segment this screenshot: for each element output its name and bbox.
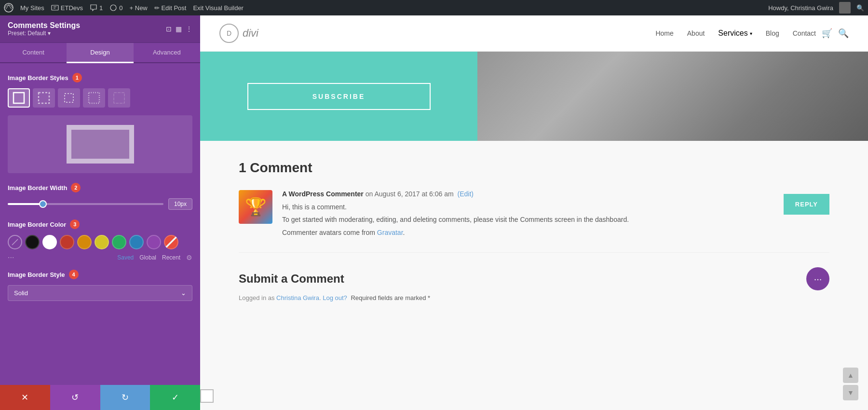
comment-item: 🏆 A WordPress Commenter on August 6, 201… [239, 190, 829, 253]
admin-edit-post[interactable]: ✏ Edit Post [154, 4, 187, 12]
subscribe-button[interactable]: SUBSCRIBE [247, 83, 431, 110]
redo-button[interactable]: ↻ [100, 385, 150, 410]
border-style-dashed-outer[interactable] [33, 88, 55, 108]
panel-preset[interactable]: Preset: Default ▾ [8, 30, 80, 37]
svg-rect-3 [14, 93, 24, 103]
svg-point-2 [110, 5, 116, 11]
redo-icon: ↻ [122, 392, 129, 403]
swatch-red[interactable] [60, 235, 74, 249]
logged-in-user-link[interactable]: Christina Gwira [276, 294, 319, 301]
swatch-white[interactable] [42, 235, 57, 249]
fab-more-button[interactable]: ··· [806, 267, 829, 290]
logout-link[interactable]: Log out? [323, 294, 347, 301]
color-tab-global[interactable]: Global [139, 254, 156, 261]
image-border-styles-label: Image Border Styles 1 [8, 73, 192, 82]
panel-footer: ✕ ↺ ↻ ✓ [0, 385, 200, 410]
swatch-blue[interactable] [129, 235, 144, 249]
image-border-style-label: Image Border Style 4 [8, 270, 192, 279]
admin-howdy: Howdy, Christina Gwira [768, 4, 833, 12]
slider-fill [8, 203, 42, 205]
image-border-width-label: Image Border Width 2 [8, 183, 192, 192]
cancel-button[interactable]: ✕ [0, 385, 50, 410]
keyboard-image [477, 52, 868, 141]
border-style-dropdown[interactable]: Solid ⌄ [8, 285, 192, 301]
site-search-icon[interactable]: 🔍 [838, 28, 849, 39]
comment-line-3: Commenter avatars come from Gravatar. [282, 227, 774, 238]
wordpress-icon[interactable] [4, 3, 14, 13]
border-style-dotted[interactable] [83, 88, 105, 108]
cancel-icon: ✕ [21, 392, 28, 403]
comment-body: A WordPress Commenter on August 6, 2017 … [282, 190, 774, 238]
nav-blog[interactable]: Blog [766, 29, 779, 37]
admin-new-button[interactable]: + New [130, 4, 148, 12]
swatch-orange[interactable] [77, 235, 92, 249]
border-style-dashed-inner[interactable] [58, 88, 80, 108]
badge-3: 3 [70, 219, 80, 229]
svg-rect-7 [114, 93, 124, 103]
comment-avatar: 🏆 [239, 190, 272, 224]
nav-services[interactable]: Services ▾ [718, 29, 752, 38]
admin-exit-builder[interactable]: Exit Visual Builder [193, 4, 244, 12]
tab-design[interactable]: Design [67, 43, 133, 63]
arrow-up-button[interactable]: ▲ [843, 368, 858, 383]
panel-content: Image Border Styles 1 [0, 63, 200, 385]
small-checkbox[interactable] [200, 389, 214, 403]
swatch-transparent[interactable] [8, 235, 22, 249]
border-width-track[interactable] [8, 203, 163, 205]
swatch-black[interactable] [25, 235, 40, 249]
swatch-yellow[interactable] [95, 235, 109, 249]
border-style-none[interactable] [108, 88, 130, 108]
nav-about[interactable]: About [687, 29, 705, 37]
comment-meta: A WordPress Commenter on August 6, 2017 … [282, 190, 774, 198]
svg-rect-1 [52, 5, 58, 10]
tab-advanced[interactable]: Advanced [134, 43, 200, 63]
admin-et-devs[interactable]: ETDevs [51, 4, 83, 12]
comments-section: 1 Comment 🏆 A WordPress Commenter on Aug… [200, 141, 868, 410]
panel-title: Comments Settings [8, 21, 80, 30]
nav-contact[interactable]: Contact [793, 29, 816, 37]
swatch-purple[interactable] [147, 235, 161, 249]
svg-line-8 [12, 239, 18, 245]
color-settings-icon[interactable]: ⚙ [186, 254, 192, 261]
border-style-solid[interactable] [8, 88, 30, 108]
services-dropdown-icon: ▾ [750, 31, 752, 36]
comment-edit-link[interactable]: (Edit) [458, 190, 474, 198]
site-navigation: D divi Home About Services ▾ Blog Contac… [200, 15, 868, 52]
panel-more-icon[interactable]: ⋮ [186, 25, 192, 33]
subscribe-left: SUBSCRIBE [200, 52, 477, 141]
submit-comment-title: Submit a Comment [239, 272, 344, 286]
nav-home[interactable]: Home [655, 29, 673, 37]
panel-resize-icon[interactable]: ⊡ [166, 25, 172, 33]
color-dots[interactable]: ··· [8, 253, 14, 262]
svg-rect-5 [65, 94, 73, 102]
swatch-strikethrough[interactable] [164, 235, 178, 249]
checkbox-overlay [200, 389, 214, 403]
subscribe-hero: SUBSCRIBE [200, 52, 868, 141]
panel-header: Comments Settings Preset: Default ▾ ⊡ ▦ … [0, 15, 200, 43]
confirm-icon: ✓ [172, 392, 179, 403]
admin-notifications[interactable]: 0 [109, 4, 122, 12]
admin-comments[interactable]: 1 [90, 4, 103, 12]
color-tab-saved[interactable]: Saved [117, 254, 134, 261]
comment-date: on August 6, 2017 at 6:06 am [366, 190, 454, 198]
gravatar-link[interactable]: Gravatar [377, 229, 403, 236]
site-content: SUBSCRIBE 1 Comment 🏆 A WordPress Comme [200, 52, 868, 410]
bottom-navigation-arrows: ▲ ▼ [843, 368, 858, 400]
site-menu: Home About Services ▾ Blog Contact [655, 29, 816, 38]
reply-button[interactable]: REPLY [784, 194, 829, 215]
color-tab-recent[interactable]: Recent [162, 254, 180, 261]
arrow-down-button[interactable]: ▼ [843, 385, 858, 400]
border-width-value[interactable]: 10px [168, 198, 192, 210]
admin-avatar [839, 2, 851, 14]
slider-thumb[interactable] [39, 200, 47, 208]
cart-icon[interactable]: 🛒 [822, 28, 832, 39]
comment-text: Hi, this is a comment. To get started wi… [282, 202, 774, 238]
panel-columns-icon[interactable]: ▦ [176, 25, 182, 33]
admin-my-sites[interactable]: My Sites [20, 4, 44, 12]
confirm-button[interactable]: ✓ [150, 385, 200, 410]
undo-button[interactable]: ↺ [50, 385, 100, 410]
tab-content[interactable]: Content [0, 43, 67, 63]
admin-search-icon[interactable]: 🔍 [856, 4, 864, 12]
swatch-green[interactable] [112, 235, 126, 249]
logged-in-text: Logged in as Christina Gwira. Log out? R… [239, 294, 829, 301]
